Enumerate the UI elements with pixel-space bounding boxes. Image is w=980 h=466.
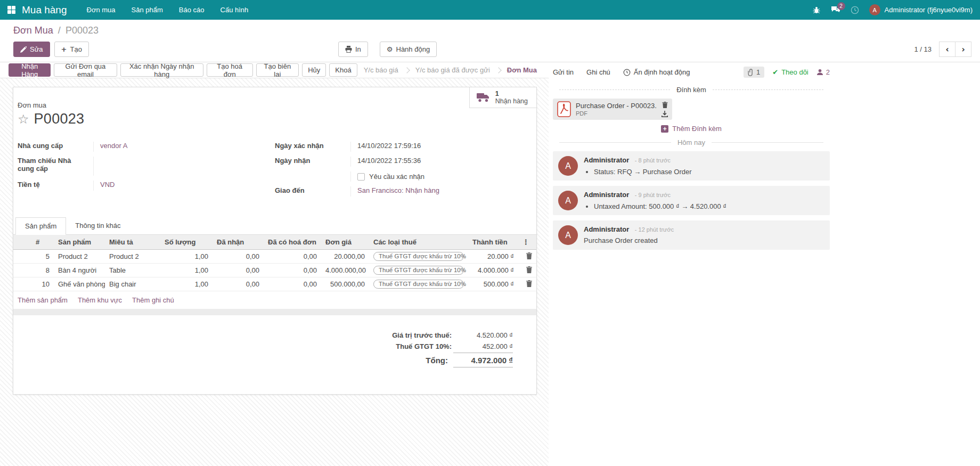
ask-confirmation-checkbox[interactable] <box>357 173 365 181</box>
send-message-button[interactable]: Gửi tin <box>553 68 574 76</box>
tracking-value: Status: RFQ → Purchase Order <box>594 168 824 176</box>
follow-button[interactable]: ✔ Theo dõi <box>772 68 808 76</box>
col-description[interactable]: Miêu tả <box>105 235 160 250</box>
followers-button[interactable]: 2 <box>816 68 830 76</box>
message-avatar: A <box>558 156 578 176</box>
paperclip-icon <box>748 69 754 76</box>
attachment-card[interactable]: Purchase Order - P00023.pdf PDF <box>553 99 672 120</box>
order-line-row[interactable]: 5 Product 2 Product 2 1,00 0,00 0,00 20.… <box>13 250 536 264</box>
pager-next-button[interactable]: › <box>955 42 971 57</box>
tax-amount: 452.000 ₫ <box>457 341 513 352</box>
tax-label: Thuế GTGT 10%: <box>396 341 452 352</box>
col-taxes[interactable]: Các loại thuế <box>369 235 468 250</box>
download-attachment-icon[interactable] <box>662 111 668 117</box>
left-field-group: Nhà cung cấp vendor A Tham chiếu Nhà cun… <box>18 142 275 201</box>
attachments-toggle[interactable]: 1 <box>744 67 764 78</box>
truck-icon <box>477 93 491 102</box>
attachment-type: PDF <box>576 110 657 117</box>
step-rfq-sent[interactable]: Y/c báo giá đã được gửi <box>409 66 496 74</box>
col-billed[interactable]: Đã có hoá đơn <box>264 235 321 250</box>
tab-other-info[interactable]: Thông tin khác <box>66 217 129 235</box>
top-navbar: Mua hàng Đơn mua Sản phẩm Báo cáo Cấu hì… <box>0 0 980 20</box>
cancel-button[interactable]: Hủy <box>302 63 326 77</box>
col-unit-price[interactable]: Đơn giá <box>321 235 369 250</box>
vendor-label: Nhà cung cấp <box>18 142 93 152</box>
log-note-button[interactable]: Ghi chú <box>586 68 610 76</box>
untaxed-label: Giá trị trước thuế: <box>392 330 452 341</box>
vendor-ref-label: Tham chiếu Nhà cung cấp <box>18 157 93 176</box>
col-quantity[interactable]: Số lượng <box>160 235 213 250</box>
currency-value[interactable]: VND <box>100 181 115 189</box>
order-line-row[interactable]: 8 Bàn 4 người Table 1,00 0,00 0,00 4.000… <box>13 264 536 277</box>
step-purchase-order[interactable]: Đơn Mua <box>501 66 543 74</box>
message-author[interactable]: Administrator <box>584 156 629 164</box>
apps-grid-icon[interactable] <box>7 6 15 14</box>
add-attachment-button[interactable]: + Thêm Đính kèm <box>553 125 830 133</box>
notebook-tabs: Sản phẩm Thông tin khác <box>13 217 536 235</box>
receive-products-button[interactable]: Nhận Hàng <box>9 63 51 77</box>
receipt-smart-button[interactable]: 1 Nhận hàng <box>469 87 536 108</box>
table-header-row: # Sản phẩm Miêu tả Số lượng Đã nhận Đã c… <box>13 235 536 250</box>
delete-line-icon[interactable] <box>526 280 532 287</box>
create-receipt-button[interactable]: Tạo biên lai <box>256 63 299 77</box>
tab-products[interactable]: Sản phẩm <box>15 217 66 235</box>
user-menu[interactable]: A Administrator (fj6nyue0vi9m) <box>869 4 973 15</box>
deliver-to-value[interactable]: San Francisco: Nhận hàng <box>357 186 439 194</box>
col-number[interactable]: # <box>31 235 54 250</box>
message-body: Purchase Order created <box>584 236 824 244</box>
tracking-value: Untaxed Amount: 500.000 ₫ → 4.520.000 ₫ <box>594 202 824 210</box>
favorite-star-icon[interactable]: ☆ <box>18 113 29 126</box>
col-subtotal[interactable]: Thành tiền <box>468 235 518 250</box>
vendor-value[interactable]: vendor A <box>100 142 127 150</box>
chatter-panel: Gửi tin Ghi chú Ấn định hoạt động 1 ✔ Th… <box>549 62 980 466</box>
order-line-row[interactable]: 10 Ghế văn phòng Big chair 1,00 0,00 0,0… <box>13 277 536 291</box>
send-by-email-button[interactable]: Gửi Đơn qua email <box>54 63 117 77</box>
menu-don-mua[interactable]: Đơn mua <box>79 0 124 20</box>
pager-previous-button[interactable]: ‹ <box>939 42 956 57</box>
control-panel: Đơn Mua / P00023 Sửa + Tạo In ⚙ Hành độn… <box>0 20 980 62</box>
messages-icon[interactable]: 2 <box>831 6 840 14</box>
print-button[interactable]: In <box>338 42 368 57</box>
menu-bao-cao[interactable]: Báo cáo <box>171 0 213 20</box>
message-author[interactable]: Administrator <box>584 191 629 199</box>
receipt-label: Nhận hàng <box>495 97 528 105</box>
clock-icon <box>623 69 631 76</box>
col-received[interactable]: Đã nhận <box>213 235 264 250</box>
breadcrumb-parent[interactable]: Đơn Mua <box>13 25 53 36</box>
delete-line-icon[interactable] <box>526 266 532 273</box>
lock-button[interactable]: Khoá <box>329 63 357 77</box>
menu-san-pham[interactable]: Sản phẩm <box>124 0 171 20</box>
action-button[interactable]: ⚙ Hành động <box>380 42 437 57</box>
breadcrumb: Đơn Mua / P00023 <box>9 25 971 36</box>
menu-cau-hinh[interactable]: Cấu hình <box>213 0 257 20</box>
debug-bug-icon[interactable] <box>812 6 821 14</box>
activities-clock-icon[interactable] <box>851 6 859 14</box>
main-menu: Đơn mua Sản phẩm Báo cáo Cấu hình <box>79 0 257 20</box>
vendor-ref-value[interactable] <box>93 157 264 176</box>
app-name[interactable]: Mua hàng <box>22 4 67 16</box>
chatter-message: A Administrator - 8 phút trước Status: R… <box>553 151 830 181</box>
receipt-date-label: Ngày nhận <box>275 157 350 167</box>
printer-icon <box>345 46 352 53</box>
edit-button[interactable]: Sửa <box>13 42 50 57</box>
breadcrumb-separator: / <box>58 25 61 36</box>
step-rfq[interactable]: Y/c báo giá <box>357 66 405 74</box>
add-section-link[interactable]: Thêm khu vực <box>78 296 122 304</box>
add-note-link[interactable]: Thêm ghi chú <box>132 296 174 304</box>
untaxed-amount: 4.520.000 ₫ <box>457 330 513 341</box>
create-button[interactable]: + Tạo <box>54 42 89 57</box>
receipt-date-value: 14/10/2022 17:55:36 <box>350 157 521 167</box>
totals-block: Giá trị trước thuế: 4.520.000 ₫ Thuế GTG… <box>13 330 513 367</box>
delete-line-icon[interactable] <box>526 252 532 259</box>
create-bill-button[interactable]: Tạo hoá đơn <box>207 63 253 77</box>
gear-icon: ⚙ <box>387 45 393 53</box>
delete-attachment-icon[interactable] <box>662 102 668 108</box>
col-product[interactable]: Sản phẩm <box>54 235 105 250</box>
statusbar: Nhận Hàng Gửi Đơn qua email Xác nhận Ngà… <box>0 62 549 78</box>
add-product-link[interactable]: Thêm sản phẩm <box>18 296 68 304</box>
optional-columns-icon[interactable]: ⋮ <box>518 235 536 250</box>
message-avatar: A <box>558 191 578 210</box>
message-author[interactable]: Administrator <box>584 225 629 233</box>
schedule-activity-button[interactable]: Ấn định hoạt động <box>623 68 690 76</box>
confirm-receipt-date-button[interactable]: Xác nhận Ngày nhận hàng <box>120 63 203 77</box>
